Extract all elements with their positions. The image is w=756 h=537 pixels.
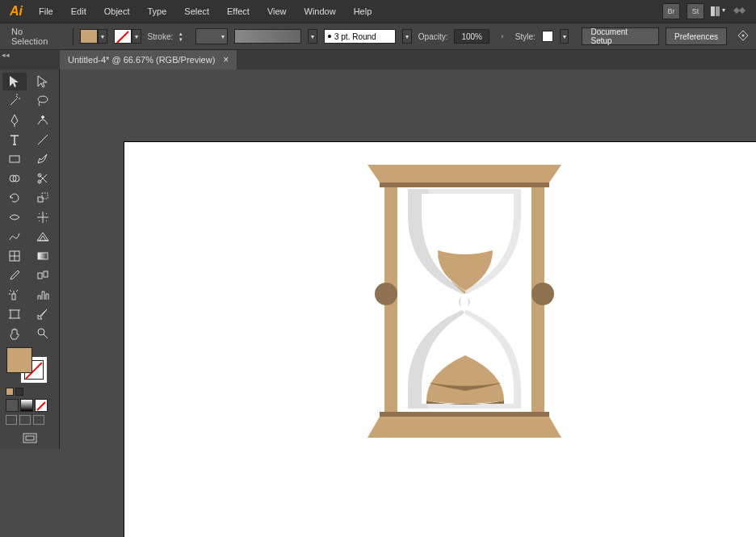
document-tab[interactable]: Untitled-4* @ 66.67% (RGB/Preview) × [60,50,237,69]
arrange-documents-icon[interactable]: ▾ [711,6,725,16]
shape-builder-tool[interactable] [2,170,27,187]
style-label: Style: [515,32,536,41]
color-mode-solid[interactable] [6,399,19,412]
type-tool[interactable] [2,131,27,149]
brush-definition[interactable]: 3 pt. Round [324,29,396,44]
line-segment-tool[interactable] [31,131,55,149]
width-tool[interactable] [2,208,27,226]
menu-file[interactable]: File [31,5,61,18]
shaper-tool[interactable] [2,228,27,245]
stroke-swatch[interactable] [114,29,132,44]
artboard[interactable] [124,142,756,537]
curvature-tool[interactable] [31,111,55,129]
slice-tool[interactable] [31,305,55,323]
stroke-weight-stepper[interactable]: ▴▾ [179,31,189,42]
opacity-label: Opacity: [418,32,448,41]
svg-rect-3 [10,156,19,162]
zoom-tool[interactable] [31,325,55,342]
menu-type[interactable]: Type [140,5,175,18]
svg-rect-18 [26,436,34,440]
artboard-tool[interactable] [2,305,27,323]
color-mode-none[interactable] [35,399,48,412]
svg-rect-12 [38,273,42,279]
graphic-style-dropdown[interactable]: ▾ [560,29,569,44]
stroke-color-dropdown[interactable]: ▾ [132,29,141,44]
opacity-value[interactable]: 100% [454,29,489,44]
document-tab-title: Untitled-4* @ 66.67% (RGB/Preview) [68,55,215,65]
svg-point-22 [375,283,397,305]
mesh-tool[interactable] [2,247,27,265]
variable-width-profile[interactable] [234,29,301,44]
rotate-tool[interactable] [2,189,27,207]
menu-edit[interactable]: Edit [63,5,94,18]
brush-dropdown[interactable]: ▾ [402,29,412,44]
mini-swap-icon[interactable] [15,388,23,396]
gpu-preview-icon[interactable] [732,5,746,18]
draw-behind-icon[interactable] [19,415,31,425]
paintbrush-tool[interactable] [31,150,55,168]
menu-help[interactable]: Help [346,5,380,18]
hand-tool[interactable] [2,325,27,342]
menu-view[interactable]: View [259,5,295,18]
svg-rect-17 [23,434,36,443]
fill-dropdown[interactable]: ▾ [98,29,107,44]
brush-dot-icon [328,35,331,38]
draw-normal-icon[interactable] [6,415,17,425]
work-area[interactable] [60,69,756,537]
free-transform-tool[interactable] [31,208,55,226]
magic-wand-tool[interactable] [2,92,27,110]
app-logo: Ai [3,4,29,19]
selection-status: No Selection [6,27,66,46]
eyedropper-tool[interactable] [2,266,27,284]
opacity-flyout[interactable]: › [496,29,509,44]
menu-effect[interactable]: Effect [219,5,258,18]
menu-select[interactable]: Select [176,5,217,18]
align-to-icon[interactable] [737,29,750,44]
screen-mode-icon[interactable] [20,431,40,446]
symbol-sprayer-tool[interactable] [2,286,27,304]
document-tab-row: Untitled-4* @ 66.67% (RGB/Preview) × [0,50,756,69]
gradient-tool[interactable] [31,247,55,265]
variable-width-dropdown[interactable]: ▾ [308,29,317,44]
lasso-tool[interactable] [31,92,55,110]
svg-rect-19 [380,182,549,187]
hourglass-artwork [363,165,565,439]
svg-point-16 [38,329,44,335]
svg-rect-15 [10,310,19,318]
svg-point-1 [38,96,48,103]
preferences-button[interactable]: Preferences [666,27,727,45]
panel-collapse-icon[interactable]: ◂◂ [0,50,11,60]
rectangle-tool[interactable] [2,150,27,168]
scale-tool[interactable] [31,189,55,207]
svg-point-0 [741,35,744,37]
graphic-style-swatch[interactable] [542,31,553,42]
menu-object[interactable]: Object [96,5,138,18]
selection-tool[interactable] [2,73,27,90]
svg-point-23 [531,283,554,305]
color-mode-gradient[interactable] [20,399,33,412]
stroke-label: Stroke: [148,32,174,41]
column-graph-tool[interactable] [31,286,55,304]
draw-inside-icon[interactable] [33,415,44,425]
svg-rect-24 [380,412,549,417]
stock-button[interactable]: St [687,3,704,19]
pen-tool[interactable] [2,111,27,129]
scissors-tool[interactable] [31,170,55,187]
mini-fill-swatch[interactable] [6,388,14,396]
fill-square[interactable] [6,347,32,373]
svg-rect-13 [44,271,48,277]
control-bar: No Selection ▾ ▾ Stroke: ▴▾ ▾ ▾ 3 pt. Ro… [0,23,756,50]
document-setup-button[interactable]: Document Setup [582,27,659,45]
stroke-weight-dropdown[interactable]: ▾ [195,28,228,44]
blend-tool[interactable] [31,266,55,284]
svg-rect-14 [12,294,15,300]
brush-label: 3 pt. Round [334,32,376,41]
close-tab-icon[interactable]: × [223,54,229,65]
fill-swatch[interactable] [80,29,98,44]
menu-window[interactable]: Window [296,5,344,18]
perspective-grid-tool[interactable] [31,228,55,245]
direct-selection-tool[interactable] [31,73,55,90]
bridge-button[interactable]: Br [662,3,680,19]
fill-stroke-indicator[interactable] [6,347,52,384]
svg-point-2 [41,116,44,119]
